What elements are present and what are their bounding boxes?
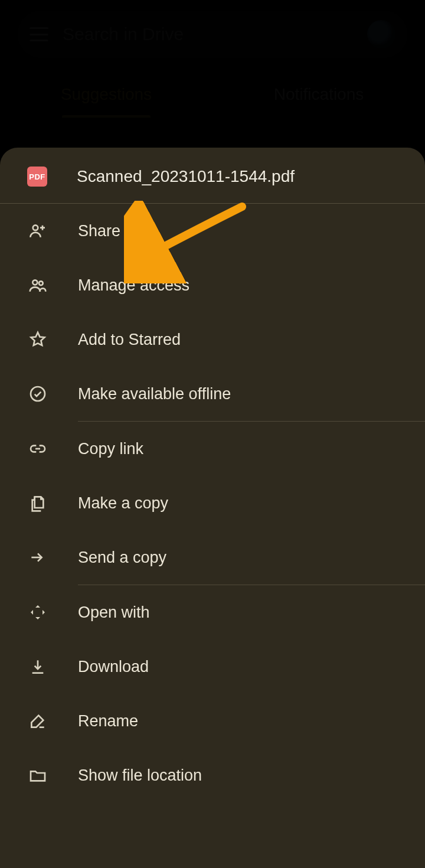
menu-label: Make available offline xyxy=(78,385,231,403)
menu-item-manage-access[interactable]: Manage access xyxy=(0,258,425,312)
menu-label: Make a copy xyxy=(78,494,168,513)
menu-item-copy-link[interactable]: Copy link xyxy=(0,422,425,476)
menu-item-available-offline[interactable]: Make available offline xyxy=(0,367,425,421)
folder-icon xyxy=(27,765,48,786)
menu-label: Share xyxy=(78,222,120,240)
context-menu: Share Manage access Add to Starred Make … xyxy=(0,204,425,868)
menu-label: Manage access xyxy=(78,276,189,295)
send-icon xyxy=(27,547,48,568)
copy-icon xyxy=(27,492,48,514)
menu-item-download[interactable]: Download xyxy=(0,639,425,694)
svg-point-0 xyxy=(33,225,38,230)
svg-point-2 xyxy=(39,281,43,285)
menu-item-show-file-location[interactable]: Show file location xyxy=(0,748,425,802)
star-icon xyxy=(27,329,48,350)
menu-label: Send a copy xyxy=(78,549,166,567)
menu-item-send-copy[interactable]: Send a copy xyxy=(0,530,425,585)
menu-label: Add to Starred xyxy=(78,331,181,349)
sheet-header: PDF Scanned_20231011-1544.pdf xyxy=(0,148,425,204)
menu-label: Open with xyxy=(78,603,150,622)
people-icon xyxy=(27,275,48,296)
menu-item-rename[interactable]: Rename xyxy=(0,694,425,748)
file-name: Scanned_20231011-1544.pdf xyxy=(77,167,295,186)
menu-label: Rename xyxy=(78,712,138,730)
svg-point-1 xyxy=(32,280,37,285)
rename-icon xyxy=(27,710,48,732)
svg-point-3 xyxy=(31,387,45,401)
bottom-sheet: PDF Scanned_20231011-1544.pdf Share Mana… xyxy=(0,148,425,868)
menu-label: Copy link xyxy=(78,440,143,458)
menu-item-add-starred[interactable]: Add to Starred xyxy=(0,312,425,367)
pdf-badge-icon: PDF xyxy=(27,167,47,187)
menu-item-share[interactable]: Share xyxy=(0,204,425,258)
offline-icon xyxy=(27,383,48,404)
menu-item-open-with[interactable]: Open with xyxy=(0,585,425,639)
person-add-icon xyxy=(27,220,48,242)
open-with-icon xyxy=(27,602,48,623)
menu-label: Download xyxy=(78,658,149,676)
menu-label: Show file location xyxy=(78,766,202,785)
download-icon xyxy=(27,656,48,677)
link-icon xyxy=(27,438,48,459)
menu-item-make-copy[interactable]: Make a copy xyxy=(0,476,425,530)
